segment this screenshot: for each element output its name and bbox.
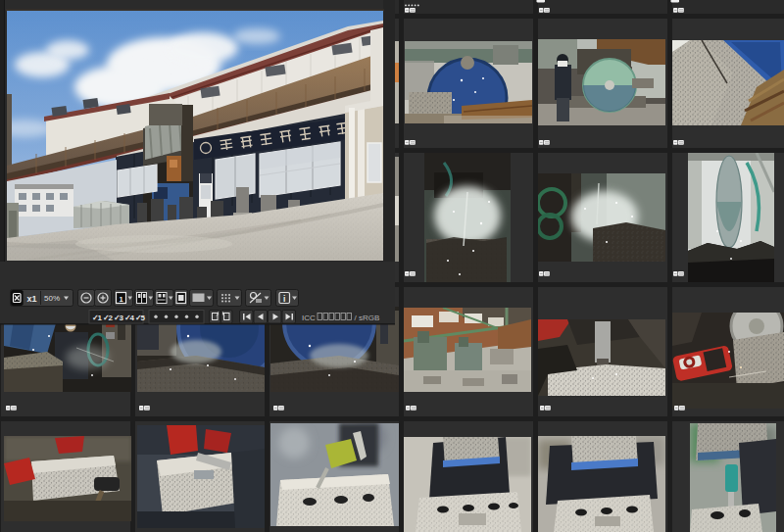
svg-text:4: 4 xyxy=(130,314,135,322)
svg-text:1: 1 xyxy=(98,314,103,322)
svg-text:x1: x1 xyxy=(26,294,36,304)
svg-text:1: 1 xyxy=(119,295,122,304)
svg-text:5: 5 xyxy=(141,314,146,322)
svg-text:i: i xyxy=(283,294,285,304)
svg-text:3: 3 xyxy=(120,314,124,322)
svg-text:/ sRGB: / sRGB xyxy=(355,314,380,322)
svg-text:50%: 50% xyxy=(44,294,60,303)
svg-text:ICC: ICC xyxy=(302,314,316,322)
svg-text:2: 2 xyxy=(109,314,114,322)
